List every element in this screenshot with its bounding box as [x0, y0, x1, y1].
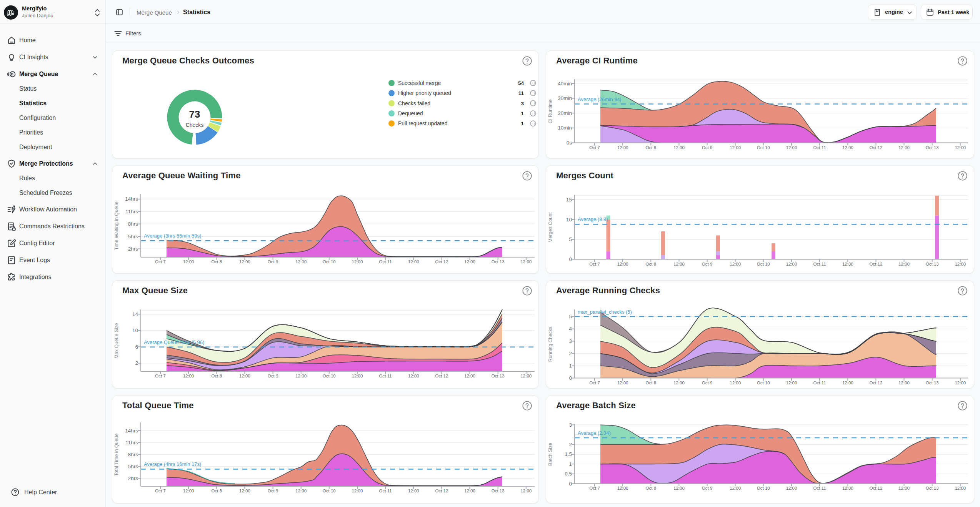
svg-text:Oct 7: Oct 7: [589, 145, 600, 150]
svg-text:12:00: 12:00: [352, 374, 363, 378]
svg-text:73: 73: [189, 108, 200, 120]
svg-text:2: 2: [569, 351, 572, 356]
svg-text:Oct 9: Oct 9: [702, 262, 712, 266]
svg-text:Oct 9: Oct 9: [702, 381, 712, 385]
svg-text:Oct 7: Oct 7: [155, 489, 165, 493]
svg-text:12:00: 12:00: [842, 381, 853, 385]
svg-text:Checks failed: Checks failed: [398, 100, 430, 106]
svg-text:12:00: 12:00: [408, 374, 419, 378]
svg-text:12:00: 12:00: [295, 374, 307, 378]
svg-text:Oct 12: Oct 12: [869, 486, 882, 490]
svg-text:Oct 7: Oct 7: [589, 381, 600, 385]
svg-text:12:00: 12:00: [898, 381, 910, 385]
svg-text:0: 0: [569, 375, 572, 381]
svg-text:Oct 8: Oct 8: [646, 145, 656, 150]
svg-text:Oct 10: Oct 10: [757, 262, 770, 266]
svg-text:Dequeued: Dequeued: [398, 110, 423, 116]
svg-text:12:00: 12:00: [408, 489, 419, 493]
svg-text:12:00: 12:00: [464, 374, 475, 378]
svg-text:1: 1: [569, 461, 572, 467]
svg-text:Oct 9: Oct 9: [702, 486, 712, 490]
svg-text:1: 1: [569, 363, 572, 369]
svg-text:12:00: 12:00: [955, 145, 966, 150]
svg-text:12:00: 12:00: [730, 486, 741, 490]
svg-text:14: 14: [132, 311, 138, 317]
svg-text:Time Waiting in Queue: Time Waiting in Queue: [114, 201, 119, 250]
svg-text:1: 1: [521, 121, 524, 126]
svg-text:Oct 11: Oct 11: [813, 486, 826, 490]
svg-text:Oct 10: Oct 10: [757, 145, 770, 150]
svg-text:Average (26min 9s): Average (26min 9s): [578, 96, 621, 102]
svg-text:12:00: 12:00: [183, 489, 194, 493]
svg-text:Merges Count: Merges Count: [548, 212, 553, 243]
svg-text:Average (3hrs 55min 59s): Average (3hrs 55min 59s): [144, 233, 201, 239]
svg-text:4: 4: [569, 326, 572, 332]
svg-text:Oct 11: Oct 11: [813, 145, 826, 150]
svg-text:Oct 7: Oct 7: [589, 486, 600, 490]
svg-text:12:00: 12:00: [408, 259, 419, 264]
svg-text:12:00: 12:00: [617, 486, 628, 490]
svg-text:12:00: 12:00: [520, 374, 532, 378]
svg-text:54: 54: [518, 80, 524, 86]
svg-text:12:00: 12:00: [617, 262, 628, 266]
svg-text:12:00: 12:00: [239, 374, 250, 378]
svg-text:12:00: 12:00: [842, 262, 853, 266]
svg-text:Pull request updated: Pull request updated: [398, 120, 447, 126]
svg-text:8hrs: 8hrs: [128, 452, 138, 457]
svg-text:11hrs: 11hrs: [125, 209, 138, 214]
svg-text:Oct 12: Oct 12: [869, 145, 882, 150]
svg-text:11hrs: 11hrs: [125, 440, 138, 445]
svg-text:Oct 12: Oct 12: [435, 374, 448, 378]
svg-text:Max Queue Size: Max Queue Size: [114, 323, 119, 358]
svg-text:Total Time in Queue: Total Time in Queue: [114, 433, 119, 476]
svg-text:Oct 10: Oct 10: [323, 489, 336, 493]
svg-text:30min: 30min: [558, 95, 572, 101]
svg-text:Oct 12: Oct 12: [435, 259, 448, 264]
svg-text:Oct 13: Oct 13: [926, 381, 939, 385]
svg-text:max_parallel_checks (5): max_parallel_checks (5): [578, 309, 632, 315]
svg-text:Oct 9: Oct 9: [268, 374, 278, 378]
svg-text:12:00: 12:00: [520, 489, 532, 493]
svg-text:Oct 7: Oct 7: [155, 374, 165, 378]
svg-text:CI Runtime: CI Runtime: [548, 99, 553, 123]
svg-text:10: 10: [132, 327, 138, 333]
svg-text:i: i: [534, 121, 535, 126]
svg-text:Oct 12: Oct 12: [869, 381, 882, 385]
svg-text:12:00: 12:00: [955, 486, 966, 490]
svg-text:i: i: [534, 91, 535, 95]
svg-text:Oct 13: Oct 13: [492, 489, 505, 493]
svg-text:2: 2: [569, 442, 572, 447]
svg-text:1: 1: [521, 111, 524, 116]
svg-text:Checks: Checks: [186, 122, 204, 128]
svg-text:12:00: 12:00: [239, 489, 250, 493]
svg-text:12:00: 12:00: [673, 262, 685, 266]
svg-text:Running Checks: Running Checks: [548, 326, 553, 362]
svg-text:12:00: 12:00: [673, 145, 685, 150]
svg-text:10min: 10min: [558, 125, 572, 131]
svg-text:Oct 13: Oct 13: [492, 259, 505, 264]
svg-text:Oct 13: Oct 13: [492, 374, 505, 378]
svg-text:5hrs: 5hrs: [128, 234, 138, 239]
svg-text:Oct 13: Oct 13: [926, 145, 939, 150]
svg-text:Oct 10: Oct 10: [757, 381, 770, 385]
svg-text:Oct 9: Oct 9: [268, 259, 278, 264]
svg-text:Oct 7: Oct 7: [589, 262, 600, 266]
svg-text:5: 5: [569, 314, 572, 319]
svg-text:Oct 7: Oct 7: [155, 259, 165, 264]
svg-text:Oct 8: Oct 8: [646, 262, 656, 266]
svg-text:3: 3: [569, 422, 572, 428]
svg-text:0: 0: [569, 481, 572, 487]
svg-text:20min: 20min: [558, 110, 572, 116]
svg-text:12:00: 12:00: [730, 145, 741, 150]
svg-text:12:00: 12:00: [898, 145, 910, 150]
svg-text:10: 10: [566, 217, 572, 223]
svg-text:12:00: 12:00: [955, 381, 966, 385]
svg-text:0: 0: [569, 256, 572, 262]
svg-text:12:00: 12:00: [617, 145, 628, 150]
svg-text:12:00: 12:00: [617, 381, 628, 385]
svg-text:12:00: 12:00: [520, 259, 532, 264]
svg-text:Oct 11: Oct 11: [379, 259, 392, 264]
svg-text:Oct 11: Oct 11: [813, 262, 826, 266]
svg-text:12:00: 12:00: [842, 486, 853, 490]
svg-text:5: 5: [569, 236, 572, 242]
